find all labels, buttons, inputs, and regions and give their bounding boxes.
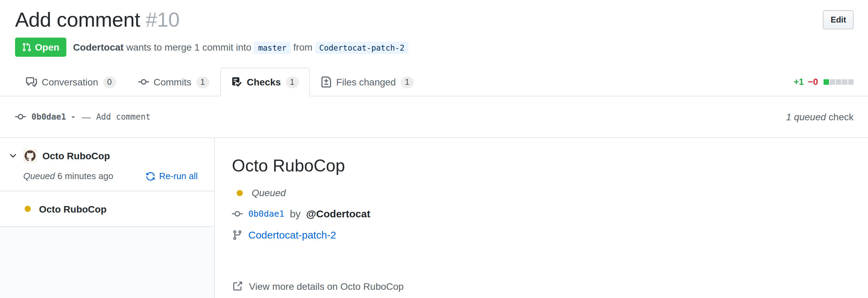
- diffstat-blocks: [824, 79, 854, 84]
- edit-button[interactable]: Edit: [823, 10, 854, 29]
- tab-label: Checks: [247, 75, 281, 89]
- suite-header: Octo RuboCop Queued 6 minutes ago Re-run…: [0, 138, 214, 191]
- run-name: Octo RuboCop: [39, 203, 107, 214]
- counter-badge: 1: [286, 76, 299, 88]
- checks-toolbar: 0b0dae1 — Add comment 1 queued check: [0, 96, 868, 138]
- pr-description: Codertocat wants to merge 1 commit into …: [73, 38, 409, 56]
- pr-number: #10: [146, 8, 180, 31]
- queued-status-dot: [237, 190, 243, 196]
- checks-body: Octo RuboCop Queued 6 minutes ago Re-run…: [0, 138, 868, 298]
- rerun-all-label: Re-run all: [159, 171, 198, 181]
- commit-author[interactable]: @Codertocat: [306, 207, 370, 221]
- counter-badge: 1: [196, 76, 209, 88]
- checks-summary: 1 queued check: [786, 111, 854, 122]
- check-status: Queued: [252, 186, 286, 200]
- check-detail: Octo RuboCop Queued 0b0dae1 by @Codertoc…: [215, 138, 868, 298]
- chevron-down-icon: [8, 151, 18, 161]
- octocat-mark: [25, 150, 36, 161]
- git-branch-icon: [232, 230, 243, 241]
- collapse-suite-button[interactable]: [8, 151, 18, 161]
- diffstat-block: [824, 79, 829, 84]
- diffstat-block: [836, 79, 841, 84]
- suite-status-state: Queued: [23, 171, 55, 181]
- state-label: Open: [35, 41, 60, 53]
- tab-label: Conversation: [42, 75, 98, 89]
- tab-label: Files changed: [336, 75, 396, 89]
- tab-label: Commits: [154, 75, 191, 89]
- tab-commits[interactable]: Commits 1: [127, 68, 220, 96]
- diffstat-deletions: −0: [808, 77, 818, 87]
- tab-files-changed[interactable]: Files changed 1: [310, 68, 424, 96]
- sidebar: Octo RuboCop Queued 6 minutes ago Re-run…: [0, 138, 215, 298]
- git-pull-request-icon: [22, 42, 31, 52]
- counter-badge: 1: [400, 76, 413, 88]
- octocat-avatar: [23, 149, 37, 163]
- pr-title-text: Add comment: [15, 8, 140, 31]
- git-commit-icon: [15, 111, 26, 122]
- view-more-link[interactable]: View more details on Octo RuboCop: [232, 281, 404, 292]
- commit-sha-link[interactable]: 0b0dae1: [248, 207, 284, 221]
- git-commit-icon: [232, 208, 243, 219]
- diffstat-block: [848, 79, 854, 84]
- sync-icon: [145, 171, 155, 181]
- head-ref-chip[interactable]: Codertocat-patch-2: [315, 41, 408, 54]
- diffstat-block: [830, 79, 835, 84]
- diffstat-block: [842, 79, 847, 84]
- author-name[interactable]: Codertocat: [73, 41, 124, 52]
- base-ref-chip[interactable]: master: [254, 41, 291, 54]
- pr-tabnav: Conversation 0 Commits 1 Checks 1 Files …: [0, 68, 868, 96]
- diffstat[interactable]: +1 −0: [794, 77, 854, 87]
- diffstat-additions: +1: [794, 77, 804, 87]
- queued-status-dot: [25, 206, 31, 212]
- check-branch-row: Codertocat-patch-2: [232, 228, 846, 242]
- triangle-down-icon: [69, 113, 76, 120]
- check-heading: Octo RuboCop: [232, 154, 846, 176]
- commit-message: Add comment: [96, 112, 150, 122]
- check-commit-row: 0b0dae1 by @Codertocat: [232, 207, 846, 221]
- check-run-item[interactable]: Octo RuboCop: [0, 191, 214, 227]
- suite-status: Queued 6 minutes ago: [23, 171, 113, 181]
- from-word: from: [293, 41, 313, 52]
- branch-link[interactable]: Codertocat-patch-2: [248, 228, 336, 242]
- link-external-icon: [232, 281, 243, 292]
- checklist-icon: [231, 77, 242, 87]
- suite-name: Octo RuboCop: [42, 150, 110, 161]
- comment-discussion-icon: [26, 77, 37, 87]
- separator-dash: —: [82, 112, 91, 122]
- tab-checks[interactable]: Checks 1: [220, 68, 310, 96]
- tab-conversation[interactable]: Conversation 0: [15, 68, 127, 96]
- git-commit-icon: [138, 77, 149, 87]
- merge-action-text: wants to merge 1 commit into: [126, 41, 251, 52]
- file-diff-icon: [320, 77, 331, 87]
- sha-label: 0b0dae1: [31, 112, 66, 122]
- pr-header: Add comment #10 Edit Open Codertocat wan…: [0, 0, 868, 57]
- by-word: by: [290, 207, 301, 221]
- check-status-row: Queued: [232, 186, 846, 200]
- checks-summary-rest: check: [829, 111, 854, 122]
- counter-badge: 0: [103, 76, 116, 88]
- suite-status-time: 6 minutes ago: [57, 171, 113, 181]
- commit-selector: 0b0dae1 — Add comment: [15, 111, 150, 122]
- page-title: Add comment #10: [15, 7, 180, 33]
- view-more-label: View more details on Octo RuboCop: [249, 281, 404, 292]
- commit-sha-dropdown[interactable]: 0b0dae1: [31, 112, 76, 122]
- pr-checks-page: Add comment #10 Edit Open Codertocat wan…: [0, 0, 868, 298]
- rerun-all-button[interactable]: Re-run all: [145, 171, 198, 181]
- checks-summary-queued: 1 queued: [786, 111, 826, 122]
- state-badge: Open: [15, 38, 66, 57]
- sidebar-empty-area: [0, 227, 214, 298]
